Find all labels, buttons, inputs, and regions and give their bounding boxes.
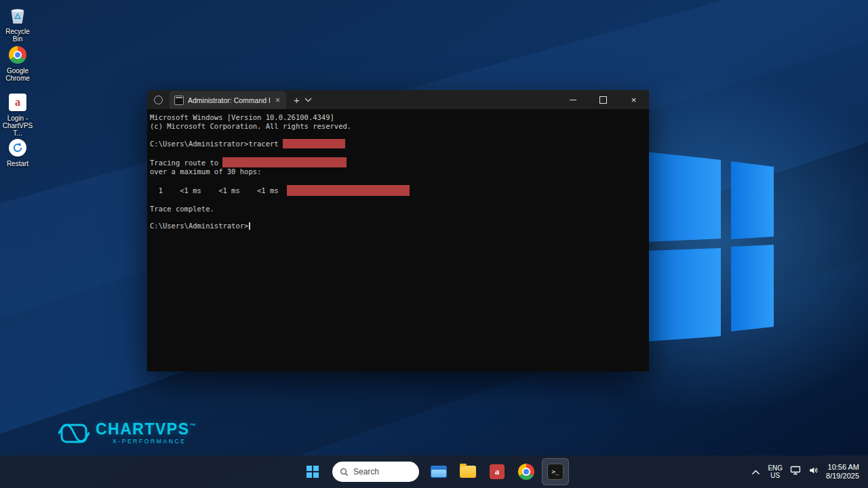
search-icon: [340, 468, 349, 476]
redacted-target: [283, 139, 345, 148]
system-tray: ENG US 10:56 AM 8/19/2025: [743, 455, 868, 488]
desktop-icon-restart[interactable]: Restart: [0, 138, 35, 167]
taskbar-icon-terminal[interactable]: >_: [542, 458, 569, 485]
folder-icon: [460, 466, 476, 478]
terminal-line: 1 <1 ms <1 ms <1 ms: [150, 185, 649, 196]
start-button[interactable]: [299, 458, 326, 485]
terminal-icon: >_: [547, 464, 564, 480]
terminal-line: over a maximum of 30 hops:: [150, 167, 649, 176]
prompt-text: C:\Users\Administrator>: [150, 222, 248, 230]
chrome-icon: [7, 45, 28, 65]
terminal-line: [150, 148, 649, 157]
windows-start-icon: [307, 466, 319, 478]
brand-name: CHARTVPS™: [96, 418, 196, 437]
terminal-app-icon: [154, 96, 163, 104]
taskbar-clock[interactable]: 10:56 AM 8/19/2025: [826, 463, 859, 481]
window-controls: ×: [557, 90, 649, 109]
clock-time: 10:56 AM: [826, 463, 859, 472]
minimize-icon: [570, 100, 576, 100]
desktop-icon-label: Login - ChartVPS T...: [0, 115, 35, 137]
terminal-titlebar[interactable]: Administrator: Command Pro × + ×: [147, 90, 649, 110]
taskbar-search[interactable]: Search: [332, 462, 419, 482]
recycle-bin-icon: [7, 5, 28, 26]
terminal-tab[interactable]: Administrator: Command Pro ×: [170, 91, 286, 109]
tab-dropdown-button[interactable]: [304, 98, 312, 102]
terminal-line: C:\Users\Administrator>: [150, 222, 649, 230]
search-label: Search: [353, 467, 379, 476]
terminal-line: [150, 196, 649, 205]
maximize-icon: [599, 96, 607, 104]
taskbar-icon-chrome[interactable]: [513, 458, 540, 485]
minimize-button[interactable]: [557, 90, 588, 109]
command-text: C:\Users\Administrator>tracert: [150, 140, 283, 148]
terminal-line: [150, 176, 649, 185]
chartvps-login-icon: a: [7, 92, 28, 113]
chartvps-app-icon: a: [490, 464, 505, 479]
hop-row-text: 1 <1 ms <1 ms <1 ms: [150, 186, 287, 195]
redacted-hop-address: [287, 185, 410, 196]
taskbar-icon-file-explorer[interactable]: [425, 458, 452, 485]
new-tab-button[interactable]: +: [294, 95, 300, 105]
tab-title: Administrator: Command Pro: [188, 96, 270, 104]
desktop-icon-label: Recycle Bin: [0, 28, 35, 43]
desktop: Recycle Bin Google Chrome a Login - Char…: [0, 0, 868, 488]
taskbar-center: Search a >_: [299, 455, 569, 488]
redacted-destination: [222, 157, 347, 167]
brand-tagline: X-PERFORMANCE: [96, 438, 196, 445]
close-button[interactable]: ×: [618, 90, 649, 109]
taskbar: Search a >_ ENG US: [0, 455, 868, 488]
terminal-window[interactable]: Administrator: Command Pro × + × Microso…: [147, 90, 649, 371]
volume-icon[interactable]: [808, 466, 818, 478]
taskbar-icon-chartvps-app[interactable]: a: [484, 458, 511, 485]
desktop-icon-google-chrome[interactable]: Google Chrome: [0, 45, 35, 82]
cmd-icon: [174, 96, 184, 105]
tray-chevron-up[interactable]: [751, 466, 760, 478]
terminal-line: C:\Users\Administrator>tracert: [150, 139, 649, 148]
terminal-line: Tracing route to: [150, 157, 649, 167]
tab-close-button[interactable]: ×: [274, 96, 281, 104]
restart-icon: [7, 138, 28, 158]
language-line2: US: [768, 472, 783, 479]
terminal-line: (c) Microsoft Corporation. All rights re…: [150, 122, 649, 131]
desktop-icon-label: Google Chrome: [0, 67, 35, 82]
maximize-button[interactable]: [588, 90, 618, 109]
clock-date: 8/19/2025: [826, 472, 859, 481]
terminal-line: Trace complete.: [150, 205, 649, 214]
chartvps-logo-icon: [58, 418, 90, 449]
tracing-text: Tracing route to: [150, 159, 222, 167]
chartvps-watermark: CHARTVPS™ X-PERFORMANCE: [58, 418, 196, 449]
desktop-icon-recycle-bin[interactable]: Recycle Bin: [0, 5, 35, 43]
terminal-line: Microsoft Windows [Version 10.0.26100.43…: [150, 113, 649, 122]
desktop-icon-login-chartvps[interactable]: a Login - ChartVPS T...: [0, 92, 35, 137]
language-line1: ENG: [768, 464, 783, 472]
terminal-line: [150, 131, 649, 140]
language-indicator[interactable]: ENG US: [768, 464, 783, 479]
terminal-line: [150, 213, 649, 222]
chrome-icon: [518, 464, 534, 480]
trademark-symbol: ™: [190, 422, 196, 429]
network-icon[interactable]: [790, 466, 801, 478]
desktop-icon-label: Restart: [7, 160, 28, 167]
text-cursor: [249, 222, 250, 230]
taskbar-icon-folder[interactable]: [454, 458, 481, 485]
file-explorer-icon: [431, 466, 447, 478]
terminal-output[interactable]: Microsoft Windows [Version 10.0.26100.43…: [147, 109, 649, 371]
